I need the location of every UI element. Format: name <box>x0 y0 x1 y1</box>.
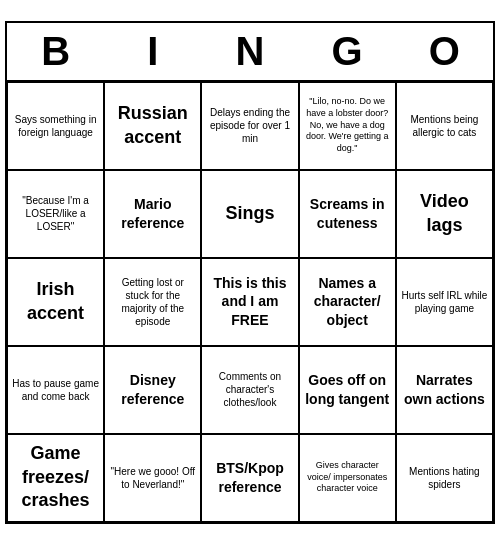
bingo-cell-7: Sings <box>201 170 298 258</box>
bingo-cell-1: Russian accent <box>104 82 201 170</box>
cell-text-23: Gives character voice/ impersonates char… <box>304 460 391 495</box>
bingo-cell-19: Narrates own actions <box>396 346 493 434</box>
bingo-cell-13: Names a character/ object <box>299 258 396 346</box>
cell-text-12: This is this and I am FREE <box>206 274 293 329</box>
cell-text-9: Video lags <box>401 190 488 237</box>
cell-text-20: Game freezes/ crashes <box>12 442 99 512</box>
bingo-cell-22: BTS/Kpop reference <box>201 434 298 522</box>
cell-text-4: Mentions being allergic to cats <box>401 113 488 139</box>
cell-text-0: Says something in foreign language <box>12 113 99 139</box>
bingo-cell-17: Comments on character's clothes/look <box>201 346 298 434</box>
bingo-cell-18: Goes off on long tangent <box>299 346 396 434</box>
bingo-cell-2: Delays ending the episode for over 1 min <box>201 82 298 170</box>
bingo-cell-24: Mentions hating spiders <box>396 434 493 522</box>
cell-text-14: Hurts self IRL while playing game <box>401 289 488 315</box>
bingo-cell-10: Irish accent <box>7 258 104 346</box>
bingo-card: BINGO Says something in foreign language… <box>5 21 495 524</box>
cell-text-24: Mentions hating spiders <box>401 465 488 491</box>
cell-text-16: Disney reference <box>109 371 196 407</box>
bingo-cell-4: Mentions being allergic to cats <box>396 82 493 170</box>
cell-text-6: Mario reference <box>109 195 196 231</box>
header-letter-g: G <box>299 29 396 74</box>
bingo-cell-14: Hurts self IRL while playing game <box>396 258 493 346</box>
cell-text-11: Getting lost or stuck for the majority o… <box>109 276 196 328</box>
cell-text-13: Names a character/ object <box>304 274 391 329</box>
bingo-cell-12: This is this and I am FREE <box>201 258 298 346</box>
bingo-cell-21: "Here we gooo! Off to Neverland!" <box>104 434 201 522</box>
cell-text-22: BTS/Kpop reference <box>206 459 293 495</box>
cell-text-3: "Lilo, no-no. Do we have a lobster door?… <box>304 96 391 154</box>
cell-text-18: Goes off on long tangent <box>304 371 391 407</box>
bingo-cell-3: "Lilo, no-no. Do we have a lobster door?… <box>299 82 396 170</box>
cell-text-15: Has to pause game and come back <box>12 377 99 403</box>
cell-text-10: Irish accent <box>12 278 99 325</box>
cell-text-2: Delays ending the episode for over 1 min <box>206 106 293 145</box>
cell-text-8: Screams in cuteness <box>304 195 391 231</box>
cell-text-1: Russian accent <box>109 102 196 149</box>
header-letter-b: B <box>7 29 104 74</box>
cell-text-19: Narrates own actions <box>401 371 488 407</box>
bingo-grid: Says something in foreign languageRussia… <box>7 82 493 522</box>
cell-text-21: "Here we gooo! Off to Neverland!" <box>109 465 196 491</box>
header-letter-o: O <box>396 29 493 74</box>
bingo-cell-5: "Because I'm a LOSER/like a LOSER" <box>7 170 104 258</box>
bingo-cell-11: Getting lost or stuck for the majority o… <box>104 258 201 346</box>
header-letter-i: I <box>104 29 201 74</box>
bingo-cell-0: Says something in foreign language <box>7 82 104 170</box>
bingo-cell-9: Video lags <box>396 170 493 258</box>
bingo-cell-20: Game freezes/ crashes <box>7 434 104 522</box>
cell-text-5: "Because I'm a LOSER/like a LOSER" <box>12 194 99 233</box>
bingo-cell-15: Has to pause game and come back <box>7 346 104 434</box>
bingo-cell-6: Mario reference <box>104 170 201 258</box>
bingo-cell-8: Screams in cuteness <box>299 170 396 258</box>
cell-text-7: Sings <box>225 202 274 225</box>
bingo-header: BINGO <box>7 23 493 82</box>
bingo-cell-16: Disney reference <box>104 346 201 434</box>
cell-text-17: Comments on character's clothes/look <box>206 370 293 409</box>
header-letter-n: N <box>201 29 298 74</box>
bingo-cell-23: Gives character voice/ impersonates char… <box>299 434 396 522</box>
